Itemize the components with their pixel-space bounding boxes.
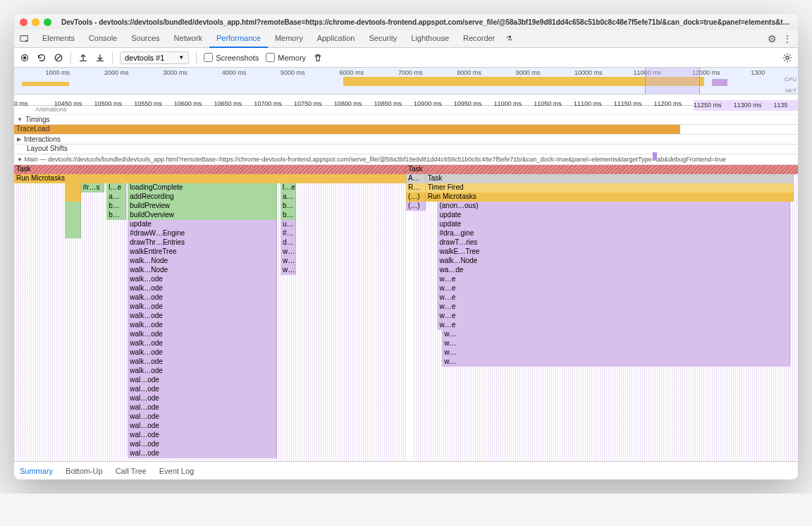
traceload-track[interactable]: TraceLoad [14, 125, 798, 135]
flame-bar[interactable]: wal…ode [128, 385, 276, 394]
overview-timeline[interactable]: 1000 ms2000 ms3000 ms4000 ms5000 ms6000 … [14, 68, 798, 94]
flame-bar[interactable]: buildOverview [128, 211, 276, 220]
flame-bar[interactable]: walk…ode [128, 348, 276, 357]
tab-security[interactable]: Security [362, 30, 404, 48]
flame-bar[interactable]: walkE…Tree [437, 247, 789, 257]
flame-bar[interactable]: wal…ode [128, 403, 276, 412]
flame-bar[interactable]: addRecording [128, 192, 276, 202]
flame-bar[interactable]: walkEntireTree [128, 247, 276, 257]
close-button[interactable] [20, 18, 27, 26]
flame-bar[interactable]: #… [281, 229, 296, 238]
flame-bar[interactable]: w… [281, 247, 296, 257]
flame-bar[interactable]: walk…ode [128, 339, 276, 348]
bottom-tab-bottom-up[interactable]: Bottom-Up [66, 467, 103, 475]
flame-bar[interactable]: wal…ode [128, 376, 276, 385]
flame-bar[interactable]: (anon…ous) [437, 202, 789, 211]
task-bar[interactable]: Task [14, 165, 406, 174]
interactions-track[interactable]: ▶Interactions [14, 135, 798, 145]
flame-bar[interactable]: #drawW…Engine [128, 229, 276, 238]
record-button[interactable] [20, 53, 30, 63]
minimize-button[interactable] [32, 18, 39, 26]
run-microtasks[interactable]: Run Microtasks [14, 174, 406, 183]
trash-button[interactable] [313, 53, 323, 63]
settings-icon[interactable]: ⚙ [768, 33, 777, 44]
flame-bar[interactable]: R… [406, 183, 426, 192]
flame-bar[interactable]: w… [442, 339, 790, 348]
flame-bar[interactable]: w…e [437, 293, 789, 302]
flame-bar[interactable]: b… [281, 202, 296, 211]
flame-bar[interactable]: A… [406, 174, 426, 183]
flame-bar[interactable]: #r…s [81, 183, 104, 192]
more-icon[interactable]: ⋮ [782, 33, 792, 44]
flame-bar[interactable]: l…e [106, 183, 126, 192]
flame-bar[interactable]: buildPreview [128, 202, 276, 211]
flame-bar[interactable]: Timer Fired [426, 183, 794, 192]
upload-button[interactable] [78, 53, 88, 63]
toolbar-settings-icon[interactable] [782, 53, 792, 63]
flame-bar[interactable]: walk…ode [128, 330, 276, 339]
tab-elements[interactable]: Elements [35, 30, 82, 48]
flame-bar[interactable]: walk…Node [128, 266, 276, 275]
flame-bar[interactable]: l…e [281, 183, 296, 192]
flame-bar[interactable]: update [437, 211, 789, 220]
maximize-button[interactable] [44, 18, 51, 26]
flame-bar[interactable] [65, 183, 80, 192]
flame-bar[interactable]: wal…ode [128, 422, 276, 431]
layout-shifts-track[interactable]: Layout Shifts [14, 145, 798, 154]
flame-bar[interactable]: wa…de [437, 266, 789, 275]
reload-button[interactable] [37, 53, 47, 63]
flame-bar[interactable]: wal…ode [128, 449, 276, 458]
flame-bar[interactable]: update [128, 220, 276, 229]
tab-recorder[interactable]: Recorder [456, 30, 502, 48]
flame-bar[interactable]: wal…ode [128, 394, 276, 403]
flame-bar[interactable]: (…) [406, 192, 426, 202]
profile-select[interactable]: devtools #1▼ [120, 51, 189, 64]
flame-bar[interactable]: w…e [437, 321, 789, 330]
flame-bar[interactable]: drawThr…Entries [128, 238, 276, 247]
flame-bar[interactable]: (…) [406, 202, 426, 211]
tab-sources[interactable]: Sources [124, 30, 166, 48]
flame-bar[interactable]: drawT…ries [437, 238, 789, 247]
task-bar-2[interactable]: Task [406, 165, 798, 174]
flame-bar[interactable]: Task [426, 174, 794, 183]
screenshots-checkbox[interactable]: Screenshots [204, 53, 259, 62]
detail-ruler[interactable]: 0 ms10450 ms10500 ms10550 ms10600 ms1065… [14, 94, 798, 106]
tab-console[interactable]: Console [82, 30, 124, 48]
flame-bar[interactable]: walk…ode [128, 302, 276, 312]
flame-bar[interactable]: u… [281, 220, 296, 229]
tab-network[interactable]: Network [167, 30, 209, 48]
bottom-tab-summary[interactable]: Summary [20, 467, 53, 475]
flame-bar[interactable]: w…e [437, 312, 789, 321]
flame-bar[interactable]: w… [281, 266, 296, 275]
flame-bar[interactable]: w…e [437, 275, 789, 284]
clear-button[interactable] [54, 53, 63, 63]
flame-bar[interactable]: loadingComplete [128, 183, 276, 192]
flame-bar[interactable]: d… [281, 238, 296, 247]
flame-bar[interactable] [65, 229, 80, 238]
flame-bar[interactable] [65, 211, 80, 220]
flame-bar[interactable]: wal…ode [128, 412, 276, 422]
flame-bar[interactable] [65, 220, 80, 229]
tab-memory[interactable]: Memory [268, 30, 310, 48]
bottom-tab-call-tree[interactable]: Call Tree [116, 467, 147, 475]
flame-bar[interactable]: b… [281, 211, 296, 220]
flame-bar[interactable]: walk…ode [128, 312, 276, 321]
flame-bar[interactable]: w…e [437, 284, 789, 293]
flame-chart[interactable]: TaskRun Microtasks#r…sl…eloadingComplete… [14, 165, 798, 461]
timings-track[interactable]: ▼Timings [14, 115, 798, 125]
flame-bar[interactable]: b… [106, 202, 126, 211]
flame-bar[interactable]: walk…ode [128, 275, 276, 284]
flame-bar[interactable] [65, 192, 80, 202]
memory-checkbox[interactable]: Memory [266, 53, 306, 62]
flame-bar[interactable]: update [437, 220, 789, 229]
flame-bar[interactable]: #dra…gine [437, 229, 789, 238]
flame-bar[interactable]: Run Microtasks [426, 192, 794, 202]
flame-bar[interactable]: w… [442, 330, 790, 339]
flame-bar[interactable]: b… [106, 211, 126, 220]
flame-bar[interactable]: w… [442, 357, 790, 367]
flame-bar[interactable]: a… [106, 192, 126, 202]
flame-bar[interactable]: walk…ode [128, 293, 276, 302]
flame-bar[interactable]: w… [281, 257, 296, 266]
inspect-icon[interactable] [20, 34, 30, 44]
bottom-tab-event-log[interactable]: Event Log [159, 467, 195, 475]
